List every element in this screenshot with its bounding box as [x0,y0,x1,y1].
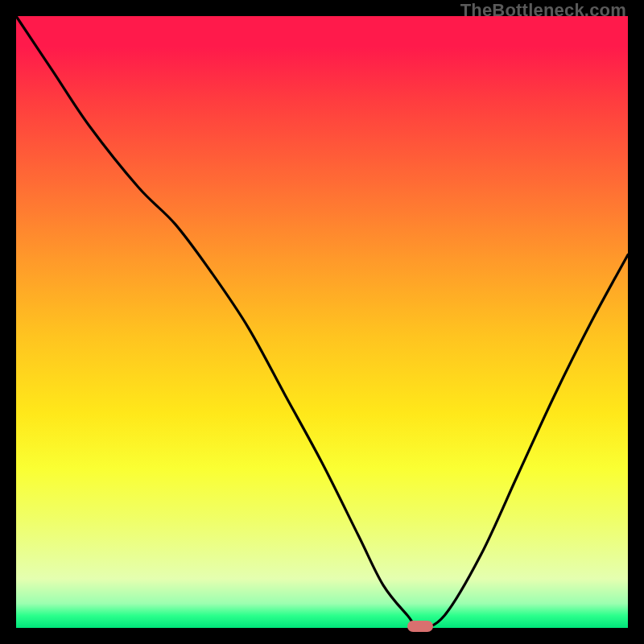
chart-container: TheBottleneck.com [0,0,644,644]
plot-area [16,16,628,628]
curve-svg [16,16,628,628]
optimal-marker [407,621,433,632]
bottleneck-curve-path [16,16,628,628]
